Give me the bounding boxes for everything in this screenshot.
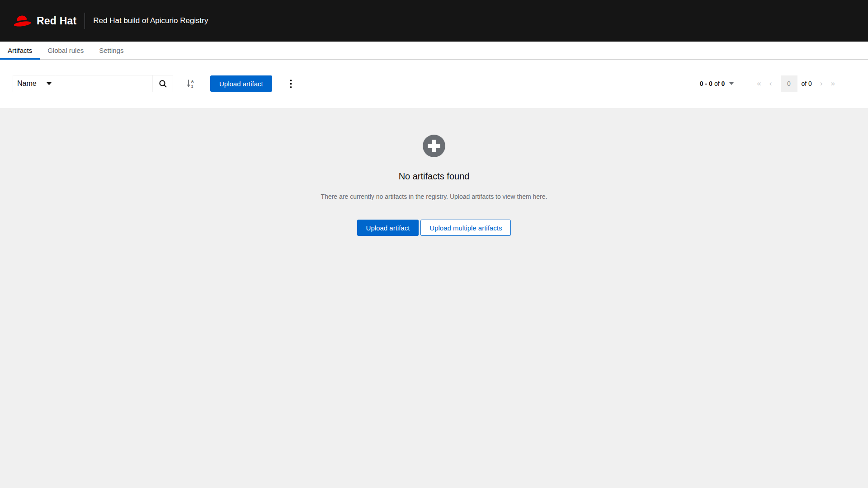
- sort-alpha-down-icon: A z: [185, 79, 195, 89]
- tab-artifacts-label: Artifacts: [8, 47, 32, 54]
- tab-settings-label: Settings: [99, 47, 123, 54]
- pagination-of-word: of: [714, 80, 720, 87]
- upload-artifact-button[interactable]: Upload artifact: [210, 75, 272, 92]
- empty-upload-artifact-button[interactable]: Upload artifact: [357, 220, 419, 236]
- empty-upload-multiple-artifacts-button[interactable]: Upload multiple artifacts: [420, 220, 511, 236]
- pagination-total: 0: [722, 80, 725, 87]
- filter-field-select[interactable]: Name: [13, 75, 55, 92]
- search-input[interactable]: [55, 75, 153, 92]
- tab-settings[interactable]: Settings: [91, 42, 131, 59]
- svg-text:z: z: [191, 84, 193, 89]
- next-page-button[interactable]: ›: [816, 75, 827, 92]
- app-title: Red Hat build of Apicurio Registry: [93, 16, 208, 25]
- current-page-input[interactable]: [781, 75, 797, 92]
- toolbar-left-group: Name A z: [13, 75, 299, 92]
- main-tabs: Artifacts Global rules Settings: [0, 42, 868, 60]
- angle-double-left-icon: «: [757, 79, 761, 88]
- add-circle-icon: [423, 135, 445, 157]
- filter-field-select-value: Name: [17, 80, 37, 88]
- angle-double-right-icon: »: [831, 79, 835, 88]
- artifacts-toolbar: Name A z: [0, 60, 868, 108]
- kebab-icon: [290, 80, 292, 88]
- empty-state: No artifacts found There are currently n…: [321, 108, 547, 236]
- masthead-divider: [85, 13, 85, 29]
- last-page-button[interactable]: »: [827, 75, 839, 92]
- search-filter-group: Name: [13, 75, 173, 92]
- redhat-logo[interactable]: Red Hat: [13, 14, 76, 28]
- angle-right-icon: ›: [820, 79, 823, 88]
- empty-state-title: No artifacts found: [399, 171, 470, 182]
- chevron-down-icon: [47, 82, 52, 85]
- redhat-fedora-icon: [13, 14, 31, 28]
- pagination: 0 - 0 of 0 « ‹ of 0 › »: [700, 75, 839, 92]
- artifacts-content: No artifacts found There are currently n…: [0, 108, 868, 488]
- tab-artifacts[interactable]: Artifacts: [0, 42, 40, 59]
- previous-page-button[interactable]: ‹: [765, 75, 776, 92]
- pagination-range: 0 - 0: [700, 80, 712, 87]
- masthead: Red Hat Red Hat build of Apicurio Regist…: [0, 0, 868, 42]
- tab-global-rules-label: Global rules: [47, 47, 84, 54]
- sort-button[interactable]: A z: [182, 75, 198, 92]
- first-page-button[interactable]: «: [753, 75, 765, 92]
- search-button[interactable]: [153, 75, 173, 92]
- svg-text:A: A: [191, 79, 194, 84]
- page-count-label: of 0: [802, 80, 812, 87]
- brand-wordmark: Red Hat: [37, 15, 76, 27]
- kebab-menu-button[interactable]: [283, 75, 299, 92]
- pagination-options-toggle[interactable]: 0 - 0 of 0: [700, 80, 734, 87]
- chevron-down-icon: [729, 82, 734, 85]
- tab-global-rules[interactable]: Global rules: [40, 42, 91, 59]
- empty-state-description: There are currently no artifacts in the …: [321, 193, 547, 200]
- empty-state-actions: Upload artifact Upload multiple artifact…: [357, 220, 511, 236]
- pagination-nav: « ‹ of 0 › »: [753, 75, 839, 92]
- angle-left-icon: ‹: [769, 79, 772, 88]
- search-icon: [159, 80, 167, 88]
